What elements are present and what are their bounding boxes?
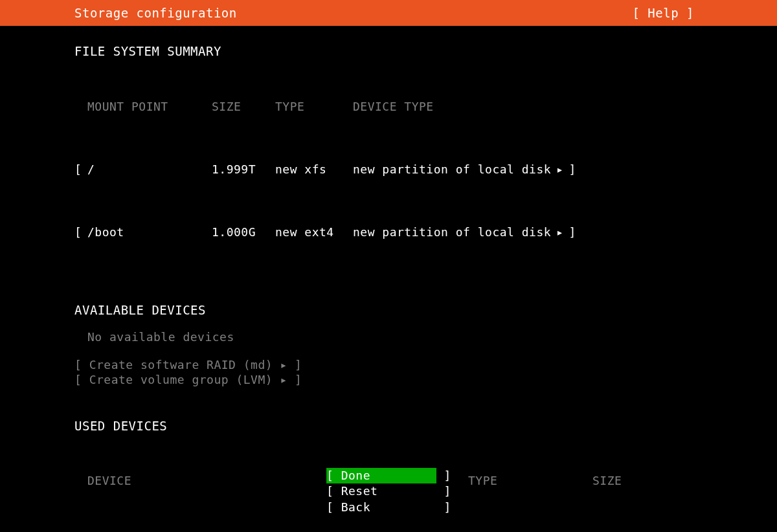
- fs-summary-row[interactable]: [ /boot 1.000G new ext4 new partition of…: [74, 225, 703, 240]
- help-button[interactable]: [ Help ]: [632, 6, 694, 20]
- col-size: SIZE: [592, 473, 644, 489]
- col-type: TYPE: [468, 473, 592, 489]
- bracket-close-icon: ]: [563, 225, 576, 240]
- bracket-open-icon: [: [74, 225, 87, 240]
- header-bar: Storage configuration [ Help ]: [0, 0, 777, 26]
- create-lvm-button[interactable]: [ Create volume group (LVM) ▸ ]: [74, 373, 703, 386]
- no-available-devices-label: No available devices: [74, 330, 703, 344]
- footer-buttons: [ Done ] [ Reset ] [ Back ]: [326, 468, 436, 515]
- fs-size-value: 1.000G: [212, 225, 275, 240]
- col-size: SIZE: [212, 99, 275, 115]
- available-devices-section: AVAILABLE DEVICES No available devices […: [74, 303, 703, 386]
- done-button[interactable]: [ Done ]: [326, 468, 436, 483]
- fs-type-value: new xfs: [275, 162, 353, 177]
- fs-mount-value: /: [87, 162, 212, 177]
- bracket-open-icon: [: [74, 162, 87, 177]
- available-devices-heading: AVAILABLE DEVICES: [74, 303, 703, 317]
- reset-button[interactable]: [ Reset ]: [326, 483, 436, 499]
- used-devices-heading: USED DEVICES: [74, 419, 703, 433]
- triangle-right-icon: ▸: [551, 162, 563, 177]
- fs-size-value: 1.999T: [212, 162, 275, 177]
- fs-summary-heading: FILE SYSTEM SUMMARY: [74, 44, 703, 58]
- fs-summary-table: MOUNT POINT SIZE TYPE DEVICE TYPE [ / 1.…: [74, 67, 703, 272]
- col-device-type: DEVICE TYPE: [353, 99, 434, 115]
- triangle-right-icon: ▸: [551, 225, 563, 240]
- fs-devtype-value: new partition of local disk: [353, 162, 551, 177]
- back-button[interactable]: [ Back ]: [326, 500, 436, 515]
- col-mount-point: MOUNT POINT: [87, 99, 212, 115]
- fs-type-value: new ext4: [275, 225, 353, 240]
- fs-summary-header-row: MOUNT POINT SIZE TYPE DEVICE TYPE: [74, 99, 703, 115]
- fs-devtype-value: new partition of local disk: [353, 225, 551, 240]
- file-system-summary-section: FILE SYSTEM SUMMARY MOUNT POINT SIZE TYP…: [74, 44, 703, 272]
- bracket-close-icon: ]: [563, 162, 576, 177]
- col-type: TYPE: [275, 99, 353, 115]
- fs-summary-row[interactable]: [ / 1.999T new xfs new partition of loca…: [74, 162, 703, 177]
- page-title: Storage configuration: [74, 6, 237, 20]
- main-content: FILE SYSTEM SUMMARY MOUNT POINT SIZE TYP…: [0, 26, 777, 532]
- fs-mount-value: /boot: [87, 225, 212, 240]
- create-raid-button[interactable]: [ Create software RAID (md) ▸ ]: [74, 358, 703, 371]
